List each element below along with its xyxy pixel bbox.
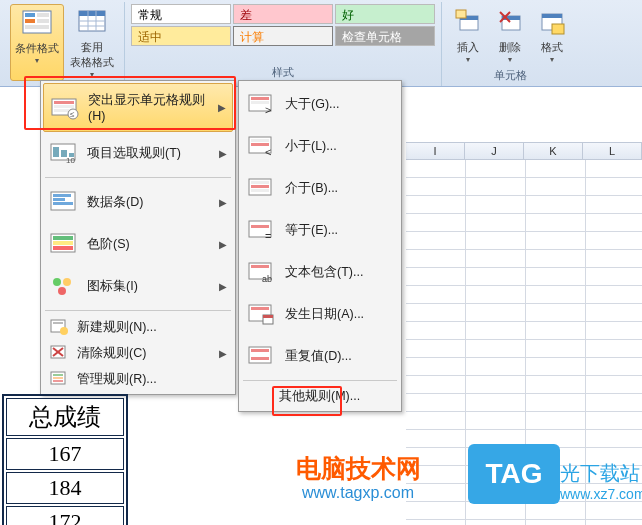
menu-highlight-cell-rules[interactable]: ≤ 突出显示单元格规则(H) ▶ — [43, 83, 233, 132]
score-table: 总成绩 167 184 172 — [2, 394, 128, 525]
insert-button[interactable]: 插入 ▾ — [448, 4, 488, 66]
watermark-site-name: 电脑技术网 — [296, 452, 421, 485]
delete-button[interactable]: 删除 ▾ — [490, 4, 530, 66]
equal-icon: = — [247, 217, 277, 243]
color-scales-icon — [49, 231, 79, 257]
svg-rect-39 — [53, 241, 73, 245]
svg-rect-73 — [251, 307, 269, 310]
style-calc[interactable]: 计算 — [233, 26, 333, 46]
group-label-cells: 单元格 — [494, 66, 527, 87]
svg-rect-29 — [53, 147, 59, 157]
svg-rect-24 — [54, 105, 74, 108]
submenu-between[interactable]: 介于(B)... — [241, 167, 399, 209]
svg-rect-21 — [552, 24, 564, 34]
submenu-less-than[interactable]: < 小于(L)... — [241, 125, 399, 167]
svg-rect-67 — [251, 225, 269, 228]
menu-icon-sets[interactable]: 图标集(I) ▶ — [43, 265, 233, 307]
table-format-button[interactable]: 套用 表格格式 ▾ — [66, 4, 118, 81]
watermark-site2-name: 光下载站 — [560, 460, 640, 487]
style-check[interactable]: 检查单元格 — [335, 26, 435, 46]
cell-styles-gallery[interactable]: 常规 差 好 适中 计算 检查单元格 — [131, 4, 435, 46]
dropdown-arrow-icon: ▾ — [508, 55, 512, 64]
conditional-format-label: 条件格式 — [15, 41, 59, 56]
new-rule-icon — [49, 318, 69, 336]
menu-data-bars[interactable]: 数据条(D) ▶ — [43, 181, 233, 223]
col-header[interactable]: K — [524, 142, 583, 160]
menu-label: 图标集(I) — [87, 278, 215, 295]
table-cell[interactable]: 172 — [6, 506, 124, 525]
svg-rect-64 — [251, 185, 269, 188]
svg-text:<: < — [265, 146, 271, 158]
conditional-formatting-button[interactable]: 条件格式 ▾ — [10, 4, 64, 81]
style-bad[interactable]: 差 — [233, 4, 333, 24]
svg-rect-2 — [25, 19, 35, 23]
svg-point-43 — [58, 287, 66, 295]
menu-clear-rules[interactable]: 清除规则(C) ▶ — [43, 340, 233, 366]
style-neutral[interactable]: 适中 — [131, 26, 231, 46]
chevron-right-icon: ▶ — [219, 197, 227, 208]
svg-rect-53 — [53, 380, 63, 382]
watermark-site-url: www.tagxp.com — [302, 484, 414, 502]
svg-rect-45 — [53, 322, 63, 324]
submenu-duplicate-values[interactable]: 重复值(D)... — [241, 335, 399, 377]
svg-point-41 — [53, 278, 61, 286]
svg-rect-70 — [251, 265, 269, 268]
insert-label: 插入 — [457, 40, 479, 55]
menu-color-scales[interactable]: 色阶(S) ▶ — [43, 223, 233, 265]
chevron-right-icon: ▶ — [219, 348, 227, 359]
ribbon: 条件格式 ▾ 套用 表格格式 ▾ 常规 差 好 适中 计算 检查单元格 样式 — [0, 0, 642, 87]
top-bottom-icon: 10 — [49, 140, 79, 166]
col-header[interactable]: I — [406, 142, 465, 160]
svg-rect-20 — [542, 14, 562, 18]
svg-rect-40 — [53, 246, 73, 250]
col-header[interactable]: J — [465, 142, 524, 160]
format-label: 格式 — [541, 40, 563, 55]
watermark-tag-badge: TAG — [468, 444, 560, 504]
menu-label: 项目选取规则(T) — [87, 145, 215, 162]
menu-label: 小于(L)... — [285, 138, 393, 155]
conditional-format-menu: ≤ 突出显示单元格规则(H) ▶ 10 项目选取规则(T) ▶ 数据条(D) ▶… — [40, 80, 236, 395]
menu-separator — [45, 310, 231, 311]
svg-rect-65 — [251, 189, 269, 192]
svg-rect-4 — [37, 19, 49, 23]
menu-top-bottom-rules[interactable]: 10 项目选取规则(T) ▶ — [43, 132, 233, 174]
chevron-right-icon: ▶ — [219, 281, 227, 292]
watermark-site2-url: www.xz7.com — [560, 486, 642, 502]
text-contains-icon: ab — [247, 259, 277, 285]
delete-icon — [494, 6, 526, 38]
svg-rect-5 — [25, 25, 49, 29]
menu-label: 数据条(D) — [87, 194, 215, 211]
submenu-greater-than[interactable]: > 大于(G)... — [241, 83, 399, 125]
table-header[interactable]: 总成绩 — [6, 398, 124, 436]
table-cell[interactable]: 184 — [6, 472, 124, 504]
menu-manage-rules[interactable]: 管理规则(R)... — [43, 366, 233, 392]
style-good[interactable]: 好 — [335, 4, 435, 24]
data-bars-icon — [49, 189, 79, 215]
highlight-rules-submenu: > 大于(G)... < 小于(L)... 介于(B)... = 等于(E)..… — [238, 80, 402, 412]
format-button[interactable]: 格式 ▾ — [532, 4, 572, 66]
menu-separator — [243, 380, 397, 381]
clear-rules-icon — [49, 344, 69, 362]
svg-rect-7 — [79, 11, 105, 16]
table-cell[interactable]: 167 — [6, 438, 124, 470]
style-normal[interactable]: 常规 — [131, 4, 231, 24]
menu-label: 新建规则(N)... — [77, 319, 227, 336]
svg-rect-3 — [37, 13, 49, 17]
menu-label: 突出显示单元格规则(H) — [88, 92, 214, 123]
svg-rect-23 — [54, 101, 74, 104]
menu-label: 大于(G)... — [285, 96, 393, 113]
menu-label: 色阶(S) — [87, 236, 215, 253]
manage-rules-icon — [49, 370, 69, 388]
dropdown-arrow-icon: ▾ — [35, 56, 39, 65]
submenu-date-occurring[interactable]: 发生日期(A)... — [241, 293, 399, 335]
svg-rect-14 — [456, 10, 466, 18]
menu-label: 文本包含(T)... — [285, 264, 393, 281]
menu-label: 清除规则(C) — [77, 345, 215, 362]
col-header[interactable]: L — [583, 142, 642, 160]
svg-rect-38 — [53, 236, 73, 240]
svg-text:≤: ≤ — [70, 110, 75, 119]
menu-new-rule[interactable]: 新建规则(N)... — [43, 314, 233, 340]
submenu-text-contains[interactable]: ab 文本包含(T)... — [241, 251, 399, 293]
submenu-more-rules[interactable]: 其他规则(M)... — [241, 384, 399, 409]
submenu-equal-to[interactable]: = 等于(E)... — [241, 209, 399, 251]
